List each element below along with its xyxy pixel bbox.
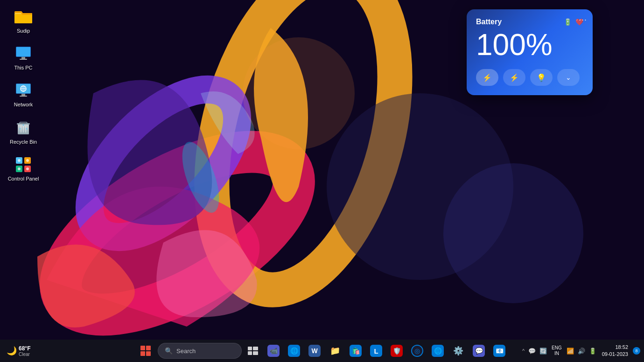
win-logo-q1 xyxy=(140,346,145,350)
pc-icon xyxy=(14,44,33,63)
system-clock[interactable]: 18:52 09-01-2023 xyxy=(599,343,631,359)
tray-volume-icon[interactable]: 🔊 xyxy=(577,346,586,355)
taskbar-task-view[interactable] xyxy=(244,341,262,360)
battery-fast-charge-button[interactable]: ⚡ xyxy=(503,69,525,86)
battery-widget-more-button[interactable]: ··· xyxy=(579,15,587,25)
svg-rect-39 xyxy=(253,347,258,350)
taskbar-outlook[interactable]: 📧 xyxy=(490,341,509,360)
svg-rect-26 xyxy=(17,123,30,125)
svg-rect-23 xyxy=(20,96,27,97)
weather-temp: 68°F xyxy=(19,345,30,352)
control-panel-icon xyxy=(14,155,33,174)
weather-condition: Clear xyxy=(19,352,30,357)
battery-controls: ⚡ ⚡ 💡 ⌄ xyxy=(476,69,583,86)
win-logo-q4 xyxy=(146,351,151,356)
svg-rect-14 xyxy=(21,57,25,59)
win-logo-q2 xyxy=(146,346,151,350)
taskbar-teams[interactable]: 📹 xyxy=(264,341,283,360)
browser2-icon: 🌐 xyxy=(432,345,444,357)
file-explorer-icon: 📁 xyxy=(329,345,341,357)
tray-battery-icon[interactable]: 🔋 xyxy=(588,346,597,355)
tray-wechat-icon[interactable]: 💬 xyxy=(527,346,537,355)
svg-point-36 xyxy=(18,167,21,170)
svg-rect-15 xyxy=(20,59,27,60)
outlook-icon: 📧 xyxy=(493,345,505,357)
todo-icon: L xyxy=(370,345,382,357)
search-bar[interactable]: 🔍 Search xyxy=(158,343,242,359)
weather-icon: 🌙 xyxy=(7,346,17,356)
search-icon: 🔍 xyxy=(165,347,173,355)
taskbar-center: 🔍 Search 📹 xyxy=(135,341,509,360)
tray-sync-icon[interactable]: 🔄 xyxy=(539,346,548,355)
teams-chat-icon: 💬 xyxy=(473,345,485,357)
svg-rect-10 xyxy=(14,14,32,23)
desktop-icon-recycle-bin[interactable]: Recycle Bin xyxy=(5,116,42,148)
store-icon: 🛍️ xyxy=(350,345,362,357)
settings-icon: ⚙️ xyxy=(452,345,464,357)
battery-percent: 100% xyxy=(476,30,583,60)
svg-point-34 xyxy=(18,159,21,162)
svg-rect-38 xyxy=(248,347,252,350)
battery-widget: ··· Battery 🔋 ❤️ 100% ⚡ ⚡ 💡 ⌄ xyxy=(467,9,593,95)
battery-brightness-button[interactable]: 💡 xyxy=(530,69,553,86)
desktop-icon-sudip[interactable]: Sudip xyxy=(5,5,42,37)
teams-icon: 📹 xyxy=(267,345,280,357)
taskbar-settings[interactable]: ⚙️ xyxy=(449,341,468,360)
taskbar: 🌙 68°F Clear 🔍 Search xyxy=(0,340,644,362)
taskbar-todo[interactable]: L xyxy=(367,341,385,360)
mcafee-icon: 🛡️ xyxy=(391,345,403,357)
word-icon: W xyxy=(308,345,321,357)
svg-point-6 xyxy=(443,163,583,303)
notification-count-badge[interactable]: 8 xyxy=(633,347,640,355)
tray-wifi-icon[interactable]: 📶 xyxy=(566,346,575,355)
weather-widget[interactable]: 🌙 68°F Clear xyxy=(4,343,33,359)
desktop-icon-this-pc[interactable]: This PC xyxy=(5,42,42,74)
desktop-icon-network[interactable]: Network xyxy=(5,78,42,111)
desktop-icon-control-panel[interactable]: Control Panel xyxy=(5,153,42,185)
taskbar-word[interactable]: W xyxy=(305,341,324,360)
windows-logo xyxy=(140,346,151,356)
taskbar-teams-chat[interactable]: 💬 xyxy=(469,341,488,360)
edge-icon: 🌐 xyxy=(288,345,300,357)
task-view-icon xyxy=(247,345,259,357)
language-indicator[interactable]: ENG IN xyxy=(550,344,564,357)
sudip-icon-label: Sudip xyxy=(17,28,30,34)
win-logo-q3 xyxy=(140,351,145,356)
taskbar-store[interactable]: 🛍️ xyxy=(346,341,365,360)
taskbar-cortana[interactable]: ◎ xyxy=(408,341,427,360)
weather-info: 68°F Clear xyxy=(19,345,30,357)
network-icon-label: Network xyxy=(14,102,33,108)
tray-expand-button[interactable]: ^ xyxy=(521,347,525,355)
svg-point-37 xyxy=(26,167,29,170)
cortana-icon: ◎ xyxy=(411,345,423,357)
this-pc-icon-label: This PC xyxy=(14,65,32,71)
taskbar-edge[interactable]: 🌐 xyxy=(285,341,303,360)
desktop: Sudip This PC xyxy=(0,0,644,362)
recycle-bin-icon xyxy=(14,118,33,137)
taskbar-file-explorer[interactable]: 📁 xyxy=(326,341,344,360)
control-panel-icon-label: Control Panel xyxy=(8,176,39,182)
svg-rect-40 xyxy=(248,351,252,355)
lang-text: ENG xyxy=(552,345,562,351)
search-placeholder-text: Search xyxy=(176,348,196,355)
battery-expand-button[interactable]: ⌄ xyxy=(557,69,580,86)
clock-date: 09-01-2023 xyxy=(602,351,628,358)
clock-time: 18:52 xyxy=(615,344,628,351)
taskbar-mcafee[interactable]: 🛡️ xyxy=(387,341,406,360)
svg-rect-13 xyxy=(16,47,30,56)
start-button[interactable] xyxy=(135,341,156,360)
system-tray: ^ 💬 🔄 ENG IN 📶 🔊 🔋 18:52 09-01-2023 8 xyxy=(521,343,640,359)
svg-point-35 xyxy=(26,159,29,162)
network-icon xyxy=(14,81,33,100)
desktop-icons: Sudip This PC xyxy=(5,5,42,185)
recycle-bin-icon-label: Recycle Bin xyxy=(10,139,37,145)
widget-header: Battery 🔋 ❤️ xyxy=(476,18,583,26)
taskbar-browser2[interactable]: 🌐 xyxy=(428,341,447,360)
folder-icon xyxy=(14,7,33,26)
battery-widget-title: Battery xyxy=(476,18,502,26)
svg-rect-41 xyxy=(253,351,258,355)
battery-power-save-button[interactable]: ⚡ xyxy=(476,69,498,86)
battery-header-icon1[interactable]: 🔋 xyxy=(564,18,572,26)
svg-rect-22 xyxy=(21,94,25,96)
svg-point-7 xyxy=(243,37,355,149)
